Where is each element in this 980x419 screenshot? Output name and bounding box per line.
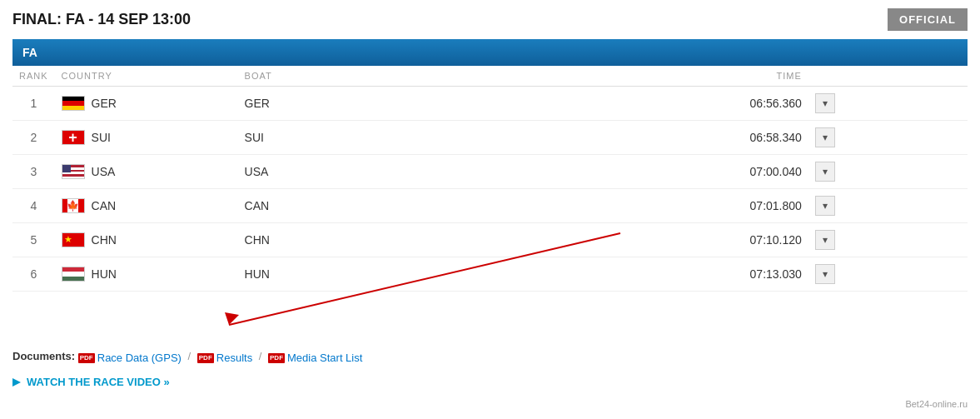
expand-button[interactable]: ▾ xyxy=(815,162,835,182)
table-row: 1 GER GER 06:56.360 ▾ xyxy=(12,87,968,121)
time-cell: 06:58.340 xyxy=(497,121,808,155)
flag-sui xyxy=(62,130,85,145)
expand-button[interactable]: ▾ xyxy=(815,127,835,147)
spacer-cell xyxy=(433,257,496,292)
country-code: GER xyxy=(92,97,117,110)
time-cell: 07:00.040 xyxy=(497,155,808,189)
video-icon xyxy=(12,378,21,387)
flag-can xyxy=(62,198,85,213)
event-title: FINAL: FA - 14 SEP 13:00 xyxy=(12,11,191,28)
watermark: Bet24-online.ru xyxy=(12,392,968,409)
country-code: CAN xyxy=(92,199,117,212)
page-header: FINAL: FA - 14 SEP 13:00 OFFICIAL xyxy=(12,8,968,31)
dropdown-cell[interactable]: ▾ xyxy=(808,121,968,155)
pdf-icon-1: PDF xyxy=(78,353,95,363)
svg-marker-1 xyxy=(225,312,239,325)
col-boat: BOAT xyxy=(238,66,434,87)
boat-cell: USA xyxy=(238,155,434,189)
dropdown-cell[interactable]: ▾ xyxy=(808,189,968,223)
time-cell: 07:13.030 xyxy=(497,257,808,292)
table-row: 4 CAN CAN 07:01.800 ▾ xyxy=(12,189,968,223)
rank-cell: 5 xyxy=(12,223,55,257)
spacer-cell xyxy=(433,223,496,257)
table-row: 2 SUI SUI 06:58.340 ▾ xyxy=(12,121,968,155)
arrow-annotation xyxy=(12,292,968,342)
doc-link-results[interactable]: PDF Results xyxy=(197,350,256,362)
documents-label: Documents: xyxy=(12,350,75,362)
boat-cell: HUN xyxy=(238,257,434,292)
doc-link-race-data[interactable]: PDF Race Data (GPS) xyxy=(78,350,185,362)
col-country: COUNTRY xyxy=(55,66,238,87)
official-badge: OFFICIAL xyxy=(888,8,968,31)
expand-button[interactable]: ▾ xyxy=(815,264,835,284)
rank-cell: 4 xyxy=(12,189,55,223)
col-spacer xyxy=(433,66,496,87)
boat-cell: CHN xyxy=(238,223,434,257)
dropdown-cell[interactable]: ▾ xyxy=(808,223,968,257)
country-code: SUI xyxy=(92,131,111,144)
documents-section: Documents: PDF Race Data (GPS) / PDF Res… xyxy=(12,342,968,369)
spacer-cell xyxy=(433,189,496,223)
flag-ger xyxy=(62,96,85,111)
country-code: USA xyxy=(92,165,116,178)
country-code: HUN xyxy=(92,267,117,281)
flag-usa xyxy=(62,164,85,179)
col-expand xyxy=(808,66,968,87)
watch-video-link[interactable]: WATCH THE RACE VIDEO » xyxy=(12,376,170,388)
country-cell: CAN xyxy=(55,189,238,223)
rank-cell: 2 xyxy=(12,121,55,155)
dropdown-cell[interactable]: ▾ xyxy=(808,87,968,121)
table-row: 5 CHN CHN 07:10.120 ▾ xyxy=(12,223,968,257)
col-rank: RANK xyxy=(12,66,55,87)
flag-hun xyxy=(62,267,85,282)
time-cell: 07:10.120 xyxy=(497,223,808,257)
country-code: CHN xyxy=(92,233,117,247)
time-cell: 07:01.800 xyxy=(497,189,808,223)
doc-link-media-start[interactable]: PDF Media Start List xyxy=(268,350,362,362)
rank-cell: 1 xyxy=(12,87,55,121)
spacer-cell xyxy=(433,121,496,155)
dropdown-cell[interactable]: ▾ xyxy=(808,257,968,292)
expand-button[interactable]: ▾ xyxy=(815,230,835,250)
spacer-cell xyxy=(433,155,496,189)
table-row: 6 HUN HUN 07:13.030 ▾ xyxy=(12,257,968,292)
results-table: RANK COUNTRY BOAT TIME 1 GER GER 06:56.3… xyxy=(12,66,968,292)
expand-button[interactable]: ▾ xyxy=(815,196,835,216)
country-cell: GER xyxy=(55,87,238,121)
boat-cell: SUI xyxy=(238,121,434,155)
pdf-icon-2: PDF xyxy=(197,353,214,363)
expand-button[interactable]: ▾ xyxy=(815,93,835,113)
country-cell: HUN xyxy=(55,257,238,292)
rank-cell: 6 xyxy=(12,257,55,292)
country-cell: USA xyxy=(55,155,238,189)
boat-cell: CAN xyxy=(238,189,434,223)
pdf-icon-3: PDF xyxy=(268,353,285,363)
boat-cell: GER xyxy=(238,87,434,121)
section-header: FA xyxy=(12,39,968,66)
dropdown-cell[interactable]: ▾ xyxy=(808,155,968,189)
country-cell: CHN xyxy=(55,223,238,257)
table-row: 3 USA USA 07:00.040 ▾ xyxy=(12,155,968,189)
col-time: TIME xyxy=(497,66,808,87)
spacer-cell xyxy=(433,87,496,121)
flag-chn xyxy=(62,232,85,247)
country-cell: SUI xyxy=(55,121,238,155)
time-cell: 06:56.360 xyxy=(497,87,808,121)
watch-section: WATCH THE RACE VIDEO » xyxy=(12,369,968,392)
rank-cell: 3 xyxy=(12,155,55,189)
